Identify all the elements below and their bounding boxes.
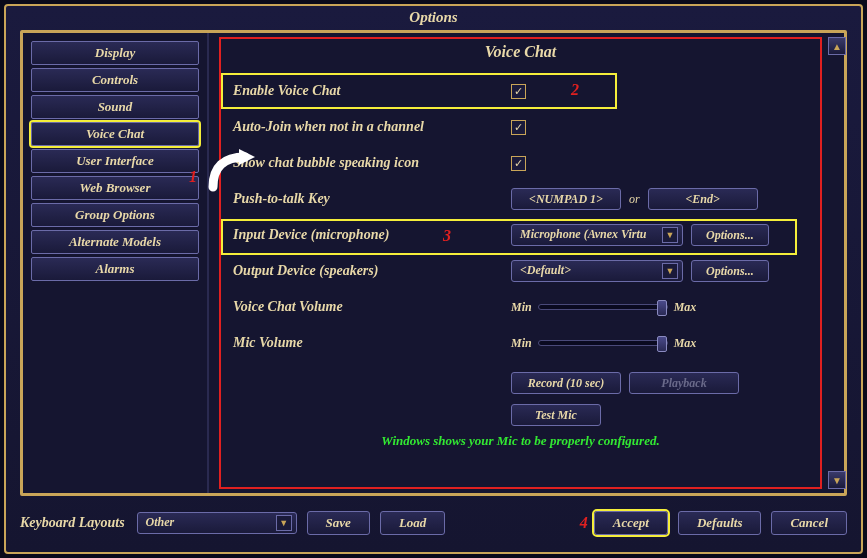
- sidebar-item-alternate-models[interactable]: Alternate Models: [31, 230, 199, 254]
- enable-voice-chat-checkbox[interactable]: ✓: [511, 84, 526, 99]
- micvol-max: Max: [674, 336, 697, 351]
- accept-button[interactable]: Accept: [594, 511, 668, 535]
- vcvol-max: Max: [674, 300, 697, 315]
- sidebar: Display Controls Sound Voice Chat User I…: [23, 33, 209, 493]
- ptt-key2-button[interactable]: <End>: [648, 188, 758, 210]
- vcvol-min: Min: [511, 300, 532, 315]
- keyboard-layouts-label: Keyboard Layouts: [20, 515, 125, 531]
- test-mic-button[interactable]: Test Mic: [511, 404, 601, 426]
- annotation-3: 3: [443, 227, 451, 245]
- scroll-down-button[interactable]: ▼: [828, 471, 846, 489]
- window-title: Options: [6, 6, 861, 30]
- mic-status-message: Windows shows your Mic to be properly co…: [233, 433, 808, 449]
- auto-join-label: Auto-Join when not in a channel: [233, 119, 503, 135]
- sidebar-item-controls[interactable]: Controls: [31, 68, 199, 92]
- voice-chat-volume-slider[interactable]: [538, 304, 668, 310]
- voice-chat-volume-label: Voice Chat Volume: [233, 299, 503, 315]
- sidebar-item-voice-chat[interactable]: Voice Chat: [31, 122, 199, 146]
- record-button[interactable]: Record (10 sec): [511, 372, 621, 394]
- defaults-button[interactable]: Defaults: [678, 511, 762, 535]
- mic-volume-label: Mic Volume: [233, 335, 503, 351]
- micvol-min: Min: [511, 336, 532, 351]
- sidebar-item-group-options[interactable]: Group Options: [31, 203, 199, 227]
- save-button[interactable]: Save: [307, 511, 370, 535]
- ptt-or-text: or: [629, 192, 640, 207]
- output-options-button[interactable]: Options...: [691, 260, 769, 282]
- annotation-4: 4: [580, 514, 588, 532]
- auto-join-checkbox[interactable]: ✓: [511, 120, 526, 135]
- sidebar-item-alarms[interactable]: Alarms: [31, 257, 199, 281]
- enable-voice-chat-label: Enable Voice Chat: [233, 83, 503, 99]
- bottom-bar: Keyboard Layouts Other Save Load 4 Accep…: [20, 506, 847, 540]
- chat-bubble-label: Show chat bubble speaking icon: [233, 155, 503, 171]
- mic-volume-slider[interactable]: [538, 340, 668, 346]
- sidebar-item-sound[interactable]: Sound: [31, 95, 199, 119]
- panel-title: Voice Chat: [233, 43, 808, 61]
- playback-button[interactable]: Playback: [629, 372, 739, 394]
- content-area: ▲ ▼ Voice Chat 2 3 Enable Voice Chat ✓ A…: [209, 33, 844, 493]
- scroll-up-button[interactable]: ▲: [828, 37, 846, 55]
- sidebar-item-user-interface[interactable]: User Interface: [31, 149, 199, 173]
- input-options-button[interactable]: Options...: [691, 224, 769, 246]
- output-device-label: Output Device (speakers): [233, 263, 503, 279]
- input-device-label: Input Device (microphone): [233, 227, 503, 243]
- voice-chat-panel: Voice Chat 2 3 Enable Voice Chat ✓ Auto-…: [219, 37, 822, 489]
- main-frame: Display Controls Sound Voice Chat User I…: [20, 30, 847, 496]
- cancel-button[interactable]: Cancel: [771, 511, 847, 535]
- output-device-dropdown[interactable]: <Default>: [511, 260, 683, 282]
- options-window: Options Display Controls Sound Voice Cha…: [4, 4, 863, 554]
- ptt-label: Push-to-talk Key: [233, 191, 503, 207]
- sidebar-item-web-browser[interactable]: Web Browser: [31, 176, 199, 200]
- annotation-1: 1: [189, 168, 197, 186]
- ptt-key1-button[interactable]: <NUMPAD 1>: [511, 188, 621, 210]
- load-button[interactable]: Load: [380, 511, 445, 535]
- sidebar-item-display[interactable]: Display: [31, 41, 199, 65]
- input-device-dropdown[interactable]: Microphone (Avnex Virtu: [511, 224, 683, 246]
- keyboard-layouts-dropdown[interactable]: Other: [137, 512, 297, 534]
- annotation-2: 2: [571, 81, 579, 99]
- chat-bubble-checkbox[interactable]: ✓: [511, 156, 526, 171]
